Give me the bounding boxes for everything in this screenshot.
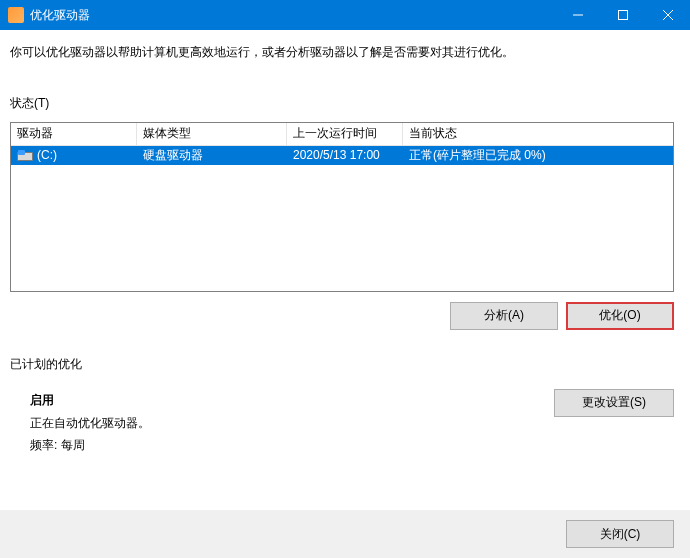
description-text: 你可以优化驱动器以帮助计算机更高效地运行，或者分析驱动器以了解是否需要对其进行优… — [10, 44, 674, 61]
drive-icon — [17, 150, 33, 161]
cell-drive: (C:) — [11, 148, 137, 162]
window-title: 优化驱动器 — [30, 7, 555, 24]
change-settings-button[interactable]: 更改设置(S) — [554, 389, 674, 417]
titlebar: 优化驱动器 — [0, 0, 690, 30]
status-section-label: 状态(T) — [10, 95, 674, 112]
close-dialog-button[interactable]: 关闭(C) — [566, 520, 674, 548]
content-area: 你可以优化驱动器以帮助计算机更高效地运行，或者分析驱动器以了解是否需要对其进行优… — [0, 30, 690, 457]
scheduled-line2: 频率: 每周 — [30, 434, 554, 457]
minimize-button[interactable] — [555, 0, 600, 30]
col-header-state[interactable]: 当前状态 — [403, 123, 673, 145]
scheduled-info: 启用 正在自动优化驱动器。 频率: 每周 — [10, 389, 554, 457]
app-icon — [8, 7, 24, 23]
svg-rect-1 — [618, 11, 627, 20]
table-row[interactable]: (C:) 硬盘驱动器 2020/5/13 17:00 正常(碎片整理已完成 0%… — [11, 146, 673, 165]
scheduled-row: 启用 正在自动优化驱动器。 频率: 每周 更改设置(S) — [10, 389, 674, 457]
cell-lastrun: 2020/5/13 17:00 — [287, 148, 403, 162]
scheduled-section-label: 已计划的优化 — [10, 356, 674, 373]
action-row: 分析(A) 优化(O) — [10, 302, 674, 330]
drives-table: 驱动器 媒体类型 上一次运行时间 当前状态 (C:) 硬盘驱动器 2020/5/… — [10, 122, 674, 292]
drive-name: (C:) — [37, 148, 57, 162]
cell-state: 正常(碎片整理已完成 0%) — [403, 147, 673, 164]
col-header-media[interactable]: 媒体类型 — [137, 123, 287, 145]
analyze-button[interactable]: 分析(A) — [450, 302, 558, 330]
cell-media: 硬盘驱动器 — [137, 147, 287, 164]
close-button[interactable] — [645, 0, 690, 30]
scheduled-title: 启用 — [30, 389, 554, 412]
optimize-button[interactable]: 优化(O) — [566, 302, 674, 330]
footer: 关闭(C) — [0, 510, 690, 558]
col-header-drive[interactable]: 驱动器 — [11, 123, 137, 145]
col-header-lastrun[interactable]: 上一次运行时间 — [287, 123, 403, 145]
table-header: 驱动器 媒体类型 上一次运行时间 当前状态 — [11, 123, 673, 146]
maximize-button[interactable] — [600, 0, 645, 30]
scheduled-line1: 正在自动优化驱动器。 — [30, 412, 554, 435]
